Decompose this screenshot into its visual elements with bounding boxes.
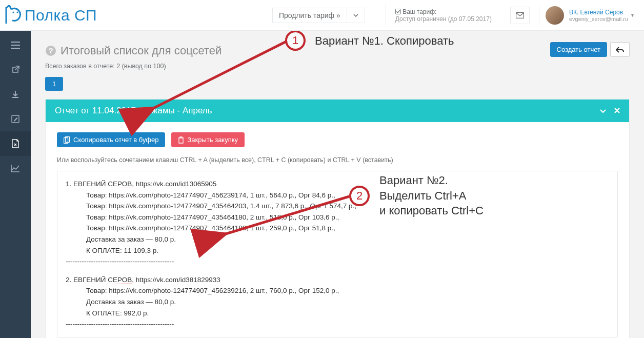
total-orders-line: Всего заказов в отчете: 2 (вывод по 100): [45, 63, 630, 70]
tariff-info: Ваш тариф: Доступ ограничен (до 07.05.20…: [386, 4, 501, 27]
sidebar-item-report[interactable]: [0, 131, 31, 156]
sidebar-item-chart[interactable]: [0, 156, 31, 181]
copy-report-button[interactable]: Скопировать отчет в буфер: [57, 132, 165, 147]
create-report-button[interactable]: Создать отчет: [550, 42, 607, 57]
tariff-sub: Доступ ограничен (до 07.05.2017): [395, 15, 492, 23]
top-bar: Полка СП Продлить тариф » Ваш тариф: Дос…: [0, 0, 644, 31]
close-purchase-button[interactable]: Закрыть закупку: [171, 132, 245, 147]
trash-icon: [178, 136, 184, 144]
mail-button[interactable]: [510, 7, 530, 24]
line-chart-icon: [11, 164, 20, 172]
svg-point-0: [12, 11, 14, 13]
svg-point-1: [16, 11, 18, 13]
annotation-arrow-1: [146, 36, 295, 118]
question-circle-icon: ?: [45, 45, 56, 56]
content-area: Создать отчет ? Итоговый список для соцс…: [31, 31, 644, 338]
avatar: [546, 6, 564, 25]
brand-text: Полка СП: [23, 7, 97, 24]
paginator: 1: [45, 77, 630, 91]
extend-tariff-caret: [347, 8, 365, 23]
bars-icon: [11, 42, 20, 49]
annotation-badge-1: 1: [285, 31, 306, 51]
panel-header: Отчет от 11.04.2017, Пижамы - Апрель: [46, 100, 629, 122]
envelope-icon: [516, 12, 524, 18]
user-menu[interactable]: ВК. Евгений Серов evgeniy_serov@mail.ru …: [539, 6, 638, 25]
download-icon: [11, 90, 19, 98]
close-icon: [614, 108, 620, 113]
chevron-down-icon: [600, 109, 606, 113]
shortcut-hint: Или воспользуйтесь сочетанием клавиш CTR…: [57, 156, 618, 164]
tariff-label: Ваш тариф:: [402, 8, 436, 15]
user-name: ВК. Евгений Серов: [569, 9, 628, 16]
user-email: evgeniy_serov@mail.ru: [569, 16, 628, 22]
check-square-icon: [395, 9, 401, 14]
extend-tariff-button[interactable]: Продлить тариф »: [272, 8, 365, 23]
page-pill-current[interactable]: 1: [45, 77, 63, 91]
external-link-icon: [11, 66, 19, 74]
caret-down-icon: [353, 13, 358, 18]
sidebar-item-edit[interactable]: [0, 107, 31, 131]
file-report-icon: [11, 139, 19, 148]
annotation-badge-2: 2: [349, 186, 370, 206]
sidebar-menu-toggle[interactable]: [0, 33, 31, 57]
panel-collapse-icon[interactable]: [600, 106, 606, 116]
svg-rect-2: [395, 9, 400, 14]
edit-icon: [11, 115, 19, 123]
annotation-text-1: Вариант №1. Скопировать: [315, 34, 454, 48]
extend-tariff-label: Продлить тариф »: [273, 8, 347, 23]
copy-icon: [64, 136, 70, 144]
panel-close-icon[interactable]: [614, 106, 620, 116]
caret-down-icon: ▾: [631, 12, 634, 18]
reply-icon: [616, 47, 624, 53]
annotation-text-2: Вариант №2. Выделить Ctrl+A и копировать…: [379, 173, 484, 218]
sidebar-item-download[interactable]: [0, 82, 31, 107]
sidebar: [0, 31, 31, 338]
cat-logo-icon: [4, 5, 23, 26]
sidebar-item-external[interactable]: [0, 57, 31, 82]
back-button[interactable]: [610, 42, 630, 57]
svg-text:?: ?: [48, 46, 53, 55]
annotation-arrow-2: [217, 191, 355, 243]
brand-logo[interactable]: Полка СП: [0, 5, 97, 26]
